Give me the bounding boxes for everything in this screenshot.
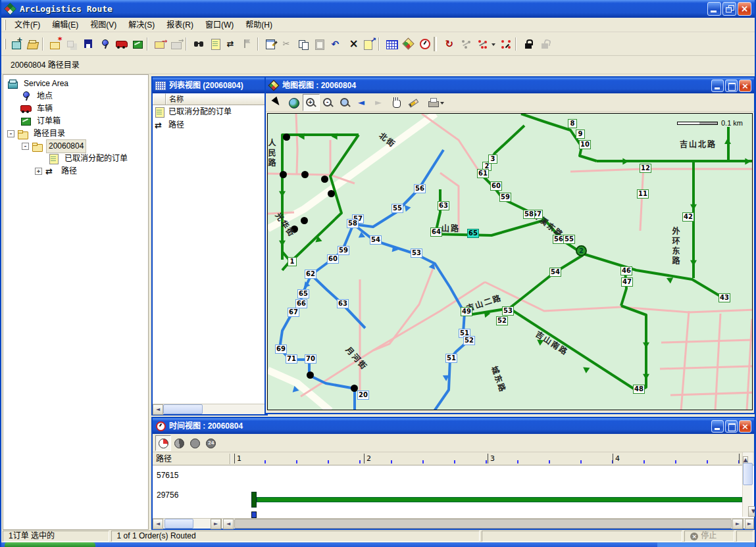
scroll-thumb[interactable] <box>234 519 732 529</box>
stop-marker[interactable]: 55 <box>391 204 403 213</box>
toolbar-grip[interactable] <box>4 39 6 49</box>
route-column-header[interactable]: 路径 <box>156 452 172 465</box>
menu-help[interactable]: 帮助(H) <box>239 20 278 30</box>
stop-marker[interactable]: 65 <box>467 229 479 238</box>
stop-marker[interactable]: 11 <box>637 189 649 199</box>
zoom-out-tool[interactable] <box>320 94 337 111</box>
list-view-button[interactable] <box>384 36 400 53</box>
restore-button[interactable] <box>722 2 736 16</box>
stop-marker[interactable]: 12 <box>640 164 651 173</box>
system-tray-edge[interactable] <box>657 542 755 547</box>
menu-edit[interactable]: 编辑(E) <box>46 20 84 30</box>
draw-tool[interactable] <box>405 94 422 111</box>
stop-marker[interactable]: 58 <box>523 210 535 219</box>
flag-button[interactable] <box>240 36 257 53</box>
scroll-thumb[interactable] <box>743 463 753 485</box>
import-button[interactable] <box>168 36 185 53</box>
day-24h-view-button[interactable] <box>203 435 218 451</box>
locations-button[interactable] <box>97 36 113 53</box>
toolbar-separator[interactable] <box>257 36 263 53</box>
map-canvas[interactable]: 北街人民路光华街吉山北路外环东路智溪东路山路吉山二路吉山南路城东路月河街 565… <box>267 113 753 410</box>
stop-marker[interactable]: 53 <box>502 306 514 316</box>
stop-marker[interactable]: 1 <box>288 257 297 266</box>
reassign-button[interactable] <box>498 36 515 53</box>
stop-marker[interactable]: 60 <box>490 181 502 191</box>
stop-marker[interactable]: 48 <box>633 385 645 394</box>
time-close-button[interactable]: × <box>739 420 751 433</box>
expander-icon[interactable]: + <box>35 168 42 175</box>
stop-icon[interactable]: × <box>690 533 698 540</box>
zoom-in-tool[interactable] <box>303 94 320 111</box>
stop-marker[interactable]: 71 <box>286 354 297 364</box>
toolbar-separator[interactable] <box>185 36 191 53</box>
list-header-name[interactable]: 名称 <box>166 93 266 105</box>
new-project-button[interactable] <box>9 36 25 53</box>
stop-marker[interactable]: 60 <box>327 254 339 264</box>
stop-marker[interactable]: 58 <box>347 219 359 228</box>
move-stops-button[interactable] <box>474 36 491 53</box>
stop-marker[interactable]: 46 <box>620 266 632 275</box>
scroll-right-icon[interactable]: ► <box>745 519 754 529</box>
route-bar-start-cap[interactable] <box>251 492 257 508</box>
stop-marker[interactable]: 59 <box>338 246 349 255</box>
map-maximize-button[interactable] <box>725 80 738 92</box>
stop-marker[interactable]: 53 <box>411 249 422 258</box>
menu-solve[interactable]: 解决(S) <box>122 20 161 30</box>
tree-item-route-folder[interactable]: - 路径目录 <box>3 128 148 140</box>
copy-button[interactable] <box>295 36 312 53</box>
stop-marker[interactable]: 55 <box>563 235 575 244</box>
vehicles-button[interactable] <box>113 36 130 53</box>
scroll-left-icon[interactable]: ◄ <box>223 519 234 529</box>
paste-button[interactable] <box>312 36 328 53</box>
menu-grip[interactable] <box>4 20 6 30</box>
start-button-edge[interactable] <box>5 542 95 547</box>
stop-marker[interactable]: 70 <box>305 354 316 364</box>
unassigned-stop-dot[interactable] <box>307 371 314 379</box>
close-button[interactable]: × <box>738 2 751 16</box>
properties-button[interactable] <box>263 36 279 53</box>
stop-marker[interactable]: 9 <box>576 130 585 139</box>
menu-reports[interactable]: 报表(R) <box>161 20 199 30</box>
windows-taskbar-edge[interactable] <box>1 542 755 547</box>
menu-view[interactable]: 视图(V) <box>84 20 122 30</box>
stop-marker[interactable]: 52 <box>463 336 475 345</box>
menu-window[interactable]: 窗口(W) <box>199 20 239 30</box>
stop-marker[interactable]: 2 <box>576 245 587 256</box>
list-view-title-bar[interactable]: 列表视图 (20060804) <box>153 78 266 93</box>
delete-button[interactable] <box>345 36 361 53</box>
stop-marker[interactable]: 63 <box>438 201 449 210</box>
menu-file[interactable]: 文件(F) <box>9 20 46 30</box>
column-divider[interactable] <box>230 454 231 464</box>
stop-marker[interactable]: 63 <box>337 299 349 308</box>
stop-marker[interactable]: 54 <box>370 235 382 245</box>
stop-marker[interactable]: 20 <box>357 391 369 400</box>
unassigned-stop-dot[interactable] <box>301 217 308 224</box>
tree-item-routes[interactable]: + 路径 <box>3 165 148 178</box>
copy-folder-button[interactable] <box>64 36 80 53</box>
expander-icon[interactable]: - <box>22 143 29 150</box>
route-time-bar[interactable] <box>257 497 742 502</box>
time-maximize-button[interactable] <box>725 420 738 433</box>
scroll-down-icon[interactable]: ▼ <box>748 506 756 517</box>
print-tool[interactable] <box>422 94 446 111</box>
unassigned-orders-button[interactable] <box>207 36 224 53</box>
map-close-button[interactable]: × <box>739 80 751 92</box>
select-tool[interactable] <box>268 94 286 111</box>
green-route-line[interactable] <box>521 114 597 161</box>
toolbar-separator[interactable] <box>378 36 384 53</box>
cut-button[interactable] <box>279 36 295 53</box>
unlock-button[interactable] <box>537 36 553 53</box>
unassigned-stop-dot[interactable] <box>328 190 335 197</box>
stop-marker[interactable]: 52 <box>496 316 508 325</box>
minimize-button[interactable] <box>707 2 721 16</box>
open-project-button[interactable] <box>25 36 41 53</box>
map-view-title-bar[interactable]: 地图视图 : 20060804 × <box>266 78 754 93</box>
unassigned-stop-dot[interactable] <box>283 133 290 141</box>
half-day-view-button[interactable] <box>171 435 187 451</box>
unassigned-stop-dot[interactable] <box>321 176 328 183</box>
stop-marker[interactable]: 51 <box>445 354 457 363</box>
toolbar-separator[interactable] <box>41 36 47 53</box>
move-stops-dropdown[interactable] <box>491 36 498 53</box>
tree-item-order-box[interactable]: 订单箱 <box>3 115 148 128</box>
stop-marker[interactable]: 54 <box>549 268 561 277</box>
